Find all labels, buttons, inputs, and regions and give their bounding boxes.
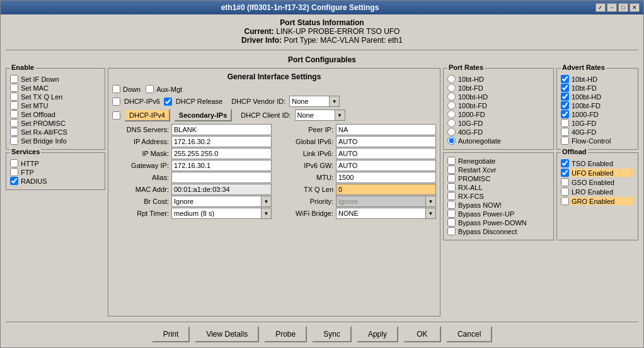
aux-mgt-checkbox[interactable] [146, 85, 154, 93]
enable-checkbox-6[interactable] [10, 128, 18, 136]
service-item-0: HTTP [10, 159, 101, 167]
dhcp-client-select[interactable]: None ▼ [295, 109, 345, 121]
port-flag-checkbox-4[interactable] [447, 192, 456, 200]
offload-label-3: LRO Enabled [572, 188, 613, 196]
form-input-alias[interactable] [171, 172, 272, 183]
form-input-peerip[interactable] [336, 124, 436, 135]
apply-button[interactable]: Apply [357, 326, 398, 342]
enable-label-0: Set IF Down [21, 76, 59, 83]
print-button[interactable]: Print [152, 326, 190, 342]
port-flag-checkbox-0[interactable] [447, 157, 456, 165]
advert-rate-checkbox-3[interactable] [561, 101, 569, 109]
offload-label-4: GRO Enabled [572, 198, 614, 205]
enable-checkbox-1[interactable] [10, 84, 18, 92]
service-checkbox-0[interactable] [10, 159, 18, 167]
port-flag-checkbox-1[interactable] [447, 166, 456, 174]
enable-checkbox-7[interactable] [10, 137, 18, 145]
close-button[interactable]: ✕ [630, 3, 640, 12]
advert-rate-checkbox-5[interactable] [561, 119, 569, 127]
service-checkbox-1[interactable] [10, 168, 18, 176]
offload-checkbox-4[interactable] [561, 197, 569, 205]
priority-select[interactable]: Ignore ▼ [336, 196, 436, 207]
form-input-mask[interactable] [171, 148, 272, 159]
maximize-button[interactable]: □ [618, 3, 628, 12]
rpttimer-select[interactable]: medium (8 s) ▼ [171, 208, 272, 219]
port-flag-checkbox-3[interactable] [447, 183, 456, 191]
port-flag-checkbox-7[interactable] [447, 218, 456, 227]
right-bottom: Renegotiate Restart Xcvr PROMISC [443, 152, 638, 240]
dhcp-release-checkbox[interactable] [164, 98, 172, 106]
dhcp-vendor-select[interactable]: None ▼ [289, 96, 340, 107]
form-row-rpttimer: Rpt Timer: medium (8 s) ▼ [112, 208, 272, 219]
advert-rate-checkbox-4[interactable] [561, 110, 569, 118]
service-label-2: RADIUS [21, 177, 47, 185]
dhcp-ipv4-button[interactable]: DHCP-IPv4 [124, 109, 170, 121]
minimize-button[interactable]: − [607, 3, 617, 12]
port-flag-checkbox-2[interactable] [447, 174, 456, 182]
port-rate-radio-0[interactable] [447, 75, 456, 83]
service-checkbox-2[interactable] [10, 177, 18, 185]
cancel-button[interactable]: Cancel [446, 326, 492, 342]
form-input-txqlen[interactable] [336, 184, 436, 195]
port-flag-checkbox-6[interactable] [447, 210, 456, 218]
brcost-arrow[interactable]: ▼ [261, 196, 271, 206]
form-input-gw[interactable] [171, 160, 272, 171]
form-input-mtu[interactable] [336, 172, 436, 183]
form-row-mtu: MTU: [277, 172, 436, 183]
port-flag-checkbox-5[interactable] [447, 201, 456, 209]
port-rate-radio-1[interactable] [447, 84, 456, 92]
sync-button[interactable]: Sync [312, 326, 352, 342]
main-content: Port Status Information Current: LINK-UP… [1, 14, 643, 347]
wifibridge-arrow[interactable]: ▼ [425, 208, 435, 218]
advert-rate-checkbox-1[interactable] [561, 84, 569, 92]
enable-checkbox-0[interactable] [10, 75, 18, 83]
offload-checkbox-1[interactable] [561, 169, 569, 177]
offload-checkbox-3[interactable] [561, 188, 569, 196]
enable-checkbox-5[interactable] [10, 119, 18, 127]
priority-arrow[interactable]: ▼ [425, 196, 435, 206]
offload-checkbox-0[interactable] [561, 159, 569, 167]
port-rate-radio-6[interactable] [447, 128, 456, 136]
form-label-globalipv6: Global IPv6: [277, 138, 333, 145]
enable-checkbox-3[interactable] [10, 101, 18, 109]
form-input-ip[interactable] [171, 136, 272, 147]
form-input-linkipv6[interactable] [336, 148, 436, 159]
port-rate-radio-4[interactable] [447, 110, 456, 118]
secondary-ips-button[interactable]: Secondary-IPs [174, 109, 232, 121]
advert-rate-checkbox-2[interactable] [561, 93, 569, 101]
wifibridge-select[interactable]: NONE ▼ [336, 208, 436, 219]
form-input-globalipv6[interactable] [336, 136, 436, 147]
form-row-mask: IP Mask: [112, 148, 272, 159]
form-input-dns[interactable] [171, 124, 272, 135]
advert-rate-checkbox-6[interactable] [561, 128, 569, 136]
offload-checkbox-2[interactable] [561, 178, 569, 186]
form-input-ipv6gw[interactable] [336, 160, 436, 171]
probe-button[interactable]: Probe [264, 326, 307, 342]
check-icon[interactable]: ✓ [595, 3, 606, 12]
port-rate-radio-5[interactable] [447, 119, 456, 127]
port-flag-3: RX-ALL [447, 183, 549, 191]
down-checkbox[interactable] [112, 85, 120, 93]
ok-button[interactable]: OK [403, 326, 441, 342]
main-window: eth1#0 (lf0301-1n-f17-32) Configure Sett… [0, 0, 644, 348]
advert-rate-checkbox-0[interactable] [561, 75, 569, 83]
enable-checkbox-4[interactable] [10, 110, 18, 118]
port-flag-checkbox-8[interactable] [447, 227, 456, 235]
enable-item-2: Set TX Q Len [10, 93, 101, 101]
port-rate-label-7: Autonegotiate [458, 137, 501, 145]
window-title: eth1#0 (lf0301-1n-f17-32) Configure Sett… [4, 3, 595, 12]
rpttimer-arrow[interactable]: ▼ [261, 208, 271, 218]
dhcp-ipv4-checkbox[interactable] [112, 111, 120, 120]
enable-checkbox-2[interactable] [10, 93, 18, 101]
port-rate-radio-7[interactable] [447, 137, 456, 145]
left-panel: Enable Set IF Down Set MAC Set TX Q L [6, 68, 105, 317]
port-rate-radio-3[interactable] [447, 101, 456, 109]
port-rate-6: 40G-FD [447, 128, 549, 136]
dhcp-client-arrow[interactable]: ▼ [335, 110, 345, 120]
view-details-button[interactable]: View Details [195, 326, 259, 342]
dhcp-ipv6-checkbox[interactable] [112, 98, 120, 106]
port-rate-radio-2[interactable] [447, 93, 456, 101]
advert-rate-checkbox-7[interactable] [561, 137, 569, 145]
brcost-select[interactable]: Ignore ▼ [171, 196, 272, 207]
dhcp-vendor-arrow[interactable]: ▼ [329, 96, 339, 106]
